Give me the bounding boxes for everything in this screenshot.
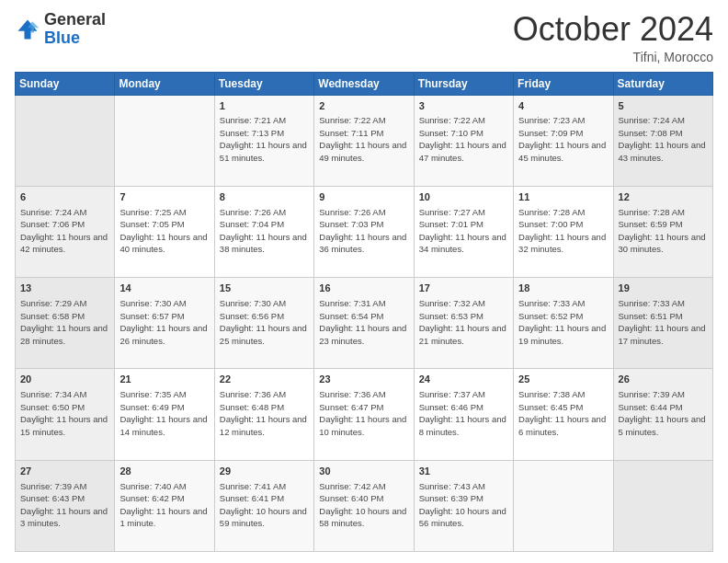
day-cell: 4Sunrise: 7:23 AM Sunset: 7:09 PM Daylig… (514, 95, 613, 186)
day-number: 3 (419, 99, 508, 113)
day-info: Sunrise: 7:36 AM Sunset: 6:48 PM Dayligh… (220, 389, 307, 437)
day-info: Sunrise: 7:24 AM Sunset: 7:08 PM Dayligh… (619, 115, 706, 163)
day-cell: 28Sunrise: 7:40 AM Sunset: 6:42 PM Dayli… (115, 460, 214, 551)
day-info: Sunrise: 7:31 AM Sunset: 6:54 PM Dayligh… (319, 298, 406, 346)
day-cell: 18Sunrise: 7:33 AM Sunset: 6:52 PM Dayli… (514, 278, 613, 369)
day-info: Sunrise: 7:38 AM Sunset: 6:45 PM Dayligh… (518, 389, 606, 437)
day-info: Sunrise: 7:22 AM Sunset: 7:10 PM Dayligh… (419, 115, 506, 163)
day-info: Sunrise: 7:25 AM Sunset: 7:05 PM Dayligh… (119, 207, 207, 255)
logo-icon (15, 17, 40, 42)
svg-marker-0 (18, 19, 38, 39)
day-cell: 16Sunrise: 7:31 AM Sunset: 6:54 PM Dayli… (314, 278, 414, 369)
day-info: Sunrise: 7:29 AM Sunset: 6:58 PM Dayligh… (20, 298, 108, 346)
week-row-3: 13Sunrise: 7:29 AM Sunset: 6:58 PM Dayli… (16, 278, 713, 369)
day-info: Sunrise: 7:32 AM Sunset: 6:53 PM Dayligh… (419, 298, 506, 346)
day-number: 26 (619, 373, 708, 386)
day-number: 22 (220, 373, 309, 386)
day-number: 7 (119, 190, 209, 204)
day-info: Sunrise: 7:28 AM Sunset: 6:59 PM Dayligh… (619, 207, 706, 255)
day-cell: 13Sunrise: 7:29 AM Sunset: 6:58 PM Dayli… (16, 278, 115, 369)
day-cell: 12Sunrise: 7:28 AM Sunset: 6:59 PM Dayli… (613, 186, 712, 277)
day-cell (16, 95, 115, 186)
day-info: Sunrise: 7:26 AM Sunset: 7:04 PM Dayligh… (220, 207, 307, 255)
day-cell: 8Sunrise: 7:26 AM Sunset: 7:04 PM Daylig… (214, 186, 313, 277)
day-info: Sunrise: 7:22 AM Sunset: 7:11 PM Dayligh… (319, 115, 406, 163)
day-cell: 6Sunrise: 7:24 AM Sunset: 7:06 PM Daylig… (16, 186, 115, 277)
day-info: Sunrise: 7:28 AM Sunset: 7:00 PM Dayligh… (518, 207, 606, 255)
weekday-row: SundayMondayTuesdayWednesdayThursdayFrid… (16, 72, 713, 95)
logo-text: General Blue (44, 11, 106, 48)
day-number: 31 (419, 465, 508, 478)
day-info: Sunrise: 7:35 AM Sunset: 6:49 PM Dayligh… (119, 389, 207, 437)
day-info: Sunrise: 7:43 AM Sunset: 6:39 PM Dayligh… (419, 481, 506, 529)
day-cell: 22Sunrise: 7:36 AM Sunset: 6:48 PM Dayli… (214, 369, 313, 460)
day-number: 1 (220, 99, 309, 113)
day-info: Sunrise: 7:23 AM Sunset: 7:09 PM Dayligh… (518, 115, 606, 163)
day-cell: 31Sunrise: 7:43 AM Sunset: 6:39 PM Dayli… (414, 460, 513, 551)
day-cell: 14Sunrise: 7:30 AM Sunset: 6:57 PM Dayli… (115, 278, 214, 369)
month-title: October 2024 (513, 11, 713, 48)
day-cell: 11Sunrise: 7:28 AM Sunset: 7:00 PM Dayli… (514, 186, 613, 277)
calendar-header: SundayMondayTuesdayWednesdayThursdayFrid… (16, 72, 713, 95)
week-row-5: 27Sunrise: 7:39 AM Sunset: 6:43 PM Dayli… (16, 460, 713, 551)
weekday-header-monday: Monday (115, 72, 214, 95)
day-cell: 19Sunrise: 7:33 AM Sunset: 6:51 PM Dayli… (613, 278, 712, 369)
day-number: 27 (20, 465, 109, 478)
calendar-body: 1Sunrise: 7:21 AM Sunset: 7:13 PM Daylig… (16, 95, 713, 551)
day-cell (514, 460, 613, 551)
day-cell: 20Sunrise: 7:34 AM Sunset: 6:50 PM Dayli… (16, 369, 115, 460)
weekday-header-sunday: Sunday (16, 72, 115, 95)
logo: General Blue (15, 11, 106, 48)
day-info: Sunrise: 7:27 AM Sunset: 7:01 PM Dayligh… (419, 207, 506, 255)
day-cell: 3Sunrise: 7:22 AM Sunset: 7:10 PM Daylig… (414, 95, 513, 186)
day-cell: 27Sunrise: 7:39 AM Sunset: 6:43 PM Dayli… (16, 460, 115, 551)
day-cell (613, 460, 712, 551)
day-cell: 1Sunrise: 7:21 AM Sunset: 7:13 PM Daylig… (214, 95, 313, 186)
day-number: 24 (419, 373, 508, 386)
day-number: 11 (518, 190, 608, 204)
header: General Blue October 2024 Tifni, Morocco (15, 11, 713, 64)
page: General Blue October 2024 Tifni, Morocco… (0, 0, 728, 563)
day-info: Sunrise: 7:42 AM Sunset: 6:40 PM Dayligh… (319, 481, 406, 529)
day-cell: 24Sunrise: 7:37 AM Sunset: 6:46 PM Dayli… (414, 369, 513, 460)
day-number: 8 (220, 190, 309, 204)
weekday-header-thursday: Thursday (414, 72, 513, 95)
day-info: Sunrise: 7:34 AM Sunset: 6:50 PM Dayligh… (20, 389, 108, 437)
day-cell (115, 95, 214, 186)
day-info: Sunrise: 7:21 AM Sunset: 7:13 PM Dayligh… (220, 115, 307, 163)
week-row-4: 20Sunrise: 7:34 AM Sunset: 6:50 PM Dayli… (16, 369, 713, 460)
day-info: Sunrise: 7:37 AM Sunset: 6:46 PM Dayligh… (419, 389, 506, 437)
day-number: 28 (119, 465, 209, 478)
day-number: 4 (518, 99, 608, 113)
day-number: 2 (319, 99, 408, 113)
day-info: Sunrise: 7:26 AM Sunset: 7:03 PM Dayligh… (319, 207, 406, 255)
day-number: 23 (319, 373, 408, 386)
day-cell: 15Sunrise: 7:30 AM Sunset: 6:56 PM Dayli… (214, 278, 313, 369)
week-row-2: 6Sunrise: 7:24 AM Sunset: 7:06 PM Daylig… (16, 186, 713, 277)
weekday-header-wednesday: Wednesday (314, 72, 414, 95)
week-row-1: 1Sunrise: 7:21 AM Sunset: 7:13 PM Daylig… (16, 95, 713, 186)
day-info: Sunrise: 7:33 AM Sunset: 6:52 PM Dayligh… (518, 298, 606, 346)
day-cell: 26Sunrise: 7:39 AM Sunset: 6:44 PM Dayli… (613, 369, 712, 460)
day-cell: 9Sunrise: 7:26 AM Sunset: 7:03 PM Daylig… (314, 186, 414, 277)
day-number: 16 (319, 282, 408, 295)
weekday-header-friday: Friday (514, 72, 613, 95)
day-cell: 29Sunrise: 7:41 AM Sunset: 6:41 PM Dayli… (214, 460, 313, 551)
day-number: 20 (20, 373, 109, 386)
day-cell: 21Sunrise: 7:35 AM Sunset: 6:49 PM Dayli… (115, 369, 214, 460)
day-cell: 30Sunrise: 7:42 AM Sunset: 6:40 PM Dayli… (314, 460, 414, 551)
day-info: Sunrise: 7:39 AM Sunset: 6:44 PM Dayligh… (619, 389, 706, 437)
day-number: 17 (419, 282, 508, 295)
day-number: 30 (319, 465, 408, 478)
day-number: 14 (119, 282, 209, 295)
day-info: Sunrise: 7:36 AM Sunset: 6:47 PM Dayligh… (319, 389, 406, 437)
day-info: Sunrise: 7:30 AM Sunset: 6:57 PM Dayligh… (119, 298, 207, 346)
day-number: 19 (619, 282, 708, 295)
day-cell: 17Sunrise: 7:32 AM Sunset: 6:53 PM Dayli… (414, 278, 513, 369)
day-number: 29 (220, 465, 309, 478)
day-number: 6 (20, 190, 109, 204)
day-info: Sunrise: 7:24 AM Sunset: 7:06 PM Dayligh… (20, 207, 108, 255)
day-cell: 7Sunrise: 7:25 AM Sunset: 7:05 PM Daylig… (115, 186, 214, 277)
weekday-header-tuesday: Tuesday (214, 72, 313, 95)
day-number: 5 (619, 99, 708, 113)
